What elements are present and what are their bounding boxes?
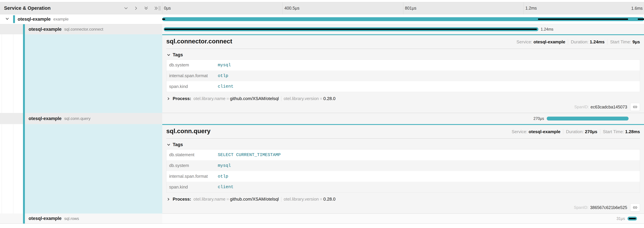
span-row-sql-rows[interactable]: otesql-example sql.rows 31μs: [0, 213, 644, 224]
tag-row[interactable]: db.system mysql: [166, 160, 640, 171]
span-bar-cell[interactable]: [162, 14, 644, 24]
span-name-cell[interactable]: otesql-example example: [0, 14, 162, 24]
link-icon: [632, 104, 638, 109]
tag-row[interactable]: span.kind client: [166, 182, 640, 192]
tag-key: db.statement: [166, 149, 215, 160]
chevron-down-icon: [167, 143, 171, 147]
chevron-right-icon: [167, 197, 170, 201]
spanid-value: 386567c621b6e525: [590, 205, 627, 210]
timeline-header: Service & Operation 0μs 400.5μs 801: [0, 2, 644, 14]
ruler-tick: 1.2ms: [524, 2, 644, 14]
tags-table: db.system mysql internal.span.format otl…: [166, 60, 640, 92]
span-bar-cell[interactable]: 1.24ms: [162, 24, 644, 34]
span-duration-label: 31μs: [616, 216, 625, 221]
operation-name: sql.rows: [64, 216, 79, 221]
service-name: otesql-example: [28, 116, 62, 121]
tag-key: internal.span.format: [166, 70, 215, 81]
tag-value: SELECT CURRENT_TIMESTAMP: [215, 149, 640, 160]
critical-path-segment: [538, 19, 628, 20]
span-row-sql-conn-query[interactable]: otesql-example sql.conn.query 270μs: [0, 113, 644, 124]
tag-value: otlp: [215, 171, 640, 182]
tag-key: span.kind: [166, 182, 215, 192]
service-name: otesql-example: [28, 27, 62, 32]
process-accordion-toggle[interactable]: Process: otel.library.name=github.com/XS…: [167, 96, 640, 101]
span-bar-cell[interactable]: 270μs: [162, 113, 644, 124]
tag-row[interactable]: db.statement SELECT CURRENT_TIMESTAMP: [166, 149, 640, 160]
critical-path-segment: [162, 19, 165, 20]
tag-value: mysql: [215, 60, 640, 70]
span-detail-meta: Service: otesql-example Duration: 1.24ms…: [516, 39, 640, 45]
trace-timeline-view: Service & Operation 0μs 400.5μs 801: [0, 0, 644, 228]
spanid-row: SpanID: 386567c621b6e525: [166, 203, 640, 214]
operation-name: sql.connector.connect: [64, 27, 103, 32]
tag-key: db.system: [166, 160, 215, 171]
chevron-down-icon[interactable]: [5, 16, 10, 22]
expand-one-icon[interactable]: [143, 5, 149, 11]
span-bar[interactable]: [547, 117, 629, 121]
tag-value: mysql: [215, 160, 640, 171]
deep-link-button[interactable]: [630, 103, 640, 111]
operation-name: sql.conn.query: [64, 116, 90, 121]
service-name: otesql-example: [18, 17, 51, 22]
span-detail-title: sql.connector.connect: [166, 38, 232, 45]
timeline-ruler: 0μs 400.5μs 801μs 1.2ms 1.6ms: [162, 2, 644, 14]
ruler-tick: 400.5μs: [282, 2, 403, 14]
span-row-sql-connector-connect[interactable]: otesql-example sql.connector.connect 1.2…: [0, 24, 644, 34]
critical-path-segment: [629, 218, 636, 219]
tag-row[interactable]: internal.span.format otlp: [166, 171, 640, 182]
tag-value: client: [215, 81, 640, 92]
critical-path-segment: [638, 19, 644, 20]
service-operation-header: Service & Operation: [0, 2, 162, 14]
tag-key: db.system: [166, 60, 215, 70]
spanid-row: SpanID: ec63cadcba145073: [166, 103, 640, 113]
collapse-one-icon[interactable]: [123, 5, 129, 11]
span-detail-title: sql.conn.query: [166, 128, 210, 135]
chevron-right-icon: [167, 97, 170, 101]
tag-key: internal.span.format: [166, 171, 215, 182]
spanid-value: ec63cadcba145073: [590, 105, 627, 109]
span-duration-label: 1.24ms: [541, 27, 553, 32]
tag-row[interactable]: db.system mysql: [166, 60, 640, 70]
critical-path-segment: [164, 29, 537, 30]
tag-value: client: [215, 182, 640, 192]
tag-row[interactable]: span.kind client: [166, 81, 640, 92]
span-detail-sql-conn-query: sql.conn.query Service: otesql-example D…: [162, 124, 644, 213]
collapse-all-icon[interactable]: [133, 5, 139, 11]
chevron-down-icon: [167, 53, 171, 57]
deep-link-button[interactable]: [630, 203, 640, 211]
spanid-label: SpanID:: [574, 105, 589, 109]
tag-value: otlp: [215, 70, 640, 81]
process-accordion-toggle[interactable]: Process: otel.library.name=github.com/XS…: [167, 196, 640, 202]
span-row-example[interactable]: otesql-example example: [0, 14, 644, 24]
link-icon: [632, 205, 638, 210]
tag-key: span.kind: [166, 81, 215, 92]
tags-accordion-toggle[interactable]: Tags: [167, 52, 640, 58]
column-resize-handle[interactable]: [159, 6, 161, 11]
ruler-tick: 0μs: [162, 2, 282, 14]
expand-all-icon[interactable]: [153, 5, 159, 11]
service-name: otesql-example: [28, 216, 62, 221]
service-color-spine: [23, 24, 25, 224]
operation-name: example: [54, 17, 69, 22]
span-detail-sql-connector-connect: sql.connector.connect Service: otesql-ex…: [162, 34, 644, 113]
service-color-block: [13, 15, 15, 23]
ruler-tick-end: 1.6ms: [631, 6, 643, 11]
ruler-tick: 801μs: [403, 2, 524, 14]
tags-table: db.statement SELECT CURRENT_TIMESTAMP db…: [166, 149, 640, 192]
tags-accordion-toggle[interactable]: Tags: [167, 142, 640, 147]
span-bar-cell[interactable]: 31μs: [162, 213, 644, 223]
span-detail-meta: Service: otesql-example Duration: 270μs …: [512, 129, 640, 135]
service-operation-title: Service & Operation: [4, 5, 50, 11]
tag-row[interactable]: internal.span.format otlp: [166, 70, 640, 81]
spanid-label: SpanID:: [574, 205, 588, 210]
span-duration-label: 270μs: [534, 116, 544, 121]
